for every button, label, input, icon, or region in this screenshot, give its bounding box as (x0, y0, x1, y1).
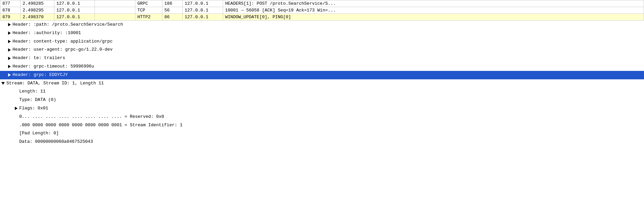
detail-row-header-authority[interactable]: Header: :authority: :10001 (0, 29, 644, 37)
detail-row-label: [Pad Length: 0] (19, 130, 59, 137)
table-row[interactable]: 8772.498285127.0.0.1GRPC186127.0.0.1HEAD… (0, 0, 644, 7)
detail-row-stream-data-value[interactable]: Data: 00000000060a0467525043 (0, 138, 644, 146)
table-row[interactable]: 8782.498295127.0.0.1TCP56127.0.0.110001 … (0, 7, 644, 14)
detail-row-label: Header: :path: /proto.SearchService/Sear… (12, 21, 123, 28)
detail-row-label: Length: 11 (19, 88, 46, 95)
detail-row-label: .000 0000 0000 0000 0000 0000 0000 0001 … (19, 122, 183, 129)
packet-table: 8772.498285127.0.0.1GRPC186127.0.0.1HEAD… (0, 0, 644, 21)
detail-row-label: Data: 00000000060a0467525043 (19, 138, 93, 145)
detail-row-stream-length[interactable]: Length: 11 (0, 87, 644, 96)
triangle-right-icon[interactable] (8, 48, 11, 52)
detail-row-label: Header: user-agent: grpc-go/1.22.0-dev (12, 46, 112, 53)
detail-row-label: Flags: 0x01 (19, 105, 48, 112)
detail-row-stream-data[interactable]: Stream: DATA, Stream ID: 1, Length 11 (0, 79, 644, 88)
detail-panel: Header: :path: /proto.SearchService/Sear… (0, 21, 644, 146)
detail-row-label: Header: content-type: application/grpc (12, 38, 112, 45)
triangle-right-icon[interactable] (8, 65, 11, 68)
detail-row-header-te[interactable]: Header: te: trailers (0, 54, 644, 62)
table-row[interactable]: 8792.498370127.0.0.1HTTP286127.0.0.1WIND… (0, 14, 644, 21)
detail-row-label: Header: grpc: EDDYCJY (12, 72, 68, 79)
triangle-right-icon[interactable] (8, 40, 11, 43)
triangle-right-icon[interactable] (8, 57, 11, 60)
detail-row-label: Header: :authority: :10001 (12, 30, 81, 37)
detail-row-header-grpc[interactable]: Header: grpc: EDDYCJY (0, 71, 644, 79)
detail-row-label: Type: DATA (0) (19, 97, 56, 104)
triangle-right-icon[interactable] (15, 107, 18, 110)
triangle-right-icon[interactable] (8, 31, 11, 35)
detail-row-stream-reserved[interactable]: 0... .... .... .... .... .... .... .... … (0, 113, 644, 121)
detail-row-label: 0... .... .... .... .... .... .... .... … (19, 113, 164, 121)
detail-row-stream-type[interactable]: Type: DATA (0) (0, 96, 644, 104)
detail-row-label: Stream: DATA, Stream ID: 1, Length 11 (6, 80, 104, 87)
main-container: 8772.498285127.0.0.1GRPC186127.0.0.1HEAD… (0, 0, 644, 146)
detail-row-header-path[interactable]: Header: :path: /proto.SearchService/Sear… (0, 21, 644, 29)
detail-row-stream-flags[interactable]: Flags: 0x01 (0, 104, 644, 113)
triangle-right-icon[interactable] (8, 73, 11, 77)
detail-row-stream-identifier[interactable]: .000 0000 0000 0000 0000 0000 0000 0001 … (0, 121, 644, 130)
detail-row-stream-pad-length[interactable]: [Pad Length: 0] (0, 129, 644, 138)
detail-row-header-user-agent[interactable]: Header: user-agent: grpc-go/1.22.0-dev (0, 46, 644, 54)
detail-row-label: Header: te: trailers (12, 55, 65, 62)
detail-row-header-grpc-timeout[interactable]: Header: grpc-timeout: 59996996u (0, 62, 644, 71)
detail-row-label: Header: grpc-timeout: 59996996u (12, 63, 94, 70)
detail-row-header-content-type[interactable]: Header: content-type: application/grpc (0, 37, 644, 46)
triangle-right-icon[interactable] (8, 23, 11, 26)
triangle-down-icon[interactable] (1, 82, 5, 85)
